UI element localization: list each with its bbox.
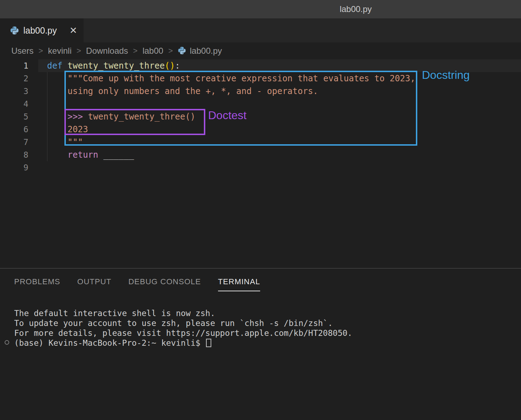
- tab-label: lab00.py: [23, 25, 57, 36]
- breadcrumb-separator-icon: >: [39, 46, 43, 56]
- panel-tab-terminal[interactable]: TERMINAL: [218, 277, 260, 291]
- command-decoration-icon: [5, 340, 9, 345]
- terminal-prompt-line[interactable]: (base) Kevins-MacBook-Pro-2:~ kevinli$: [14, 338, 521, 348]
- code-line-text: def twenty_twenty_three():: [47, 59, 180, 72]
- code-line[interactable]: 8 return ______: [0, 148, 521, 161]
- doctest-annotation-label: Doctest: [208, 109, 246, 122]
- line-number[interactable]: 2: [0, 74, 28, 83]
- code-line[interactable]: 6 2023: [0, 123, 521, 136]
- code-line[interactable]: 7 """: [0, 136, 521, 148]
- panel-tab-problems[interactable]: PROBLEMS: [14, 277, 60, 291]
- python-file-icon: [178, 46, 190, 56]
- code-line[interactable]: 4: [0, 98, 521, 110]
- tab-lab00[interactable]: lab00.py ✕: [0, 18, 84, 42]
- code-line-text: """: [47, 136, 83, 148]
- terminal-line: To update your account to use zsh, pleas…: [14, 318, 521, 328]
- breadcrumb-item[interactable]: kevinli: [48, 46, 72, 56]
- breadcrumb-separator-icon: >: [76, 46, 81, 56]
- editor-tab-bar: lab00.py ✕: [0, 18, 521, 42]
- code-line[interactable]: 5 >>> twenty_twenty_three(): [0, 110, 521, 123]
- bottom-panel: PROBLEMSOUTPUTDEBUG CONSOLETERMINAL The …: [0, 268, 521, 420]
- code-line-text: 2023: [47, 123, 88, 136]
- window-titlebar: lab00.py: [0, 0, 521, 18]
- line-number[interactable]: 8: [0, 150, 28, 159]
- line-number[interactable]: 9: [0, 163, 28, 172]
- code-line[interactable]: 3 using only numbers and the +, *, and -…: [0, 85, 521, 98]
- breadcrumb-separator-icon: >: [168, 46, 173, 56]
- breadcrumb-separator-icon: >: [133, 46, 138, 56]
- breadcrumb-item[interactable]: lab00: [143, 46, 164, 56]
- breadcrumb: Users>kevinli>Downloads>lab00>lab00.py: [0, 42, 521, 59]
- terminal-prompt-text: (base) Kevins-MacBook-Pro-2:~ kevinli$: [14, 338, 205, 348]
- line-number[interactable]: 1: [0, 61, 28, 70]
- panel-tab-output[interactable]: OUTPUT: [77, 277, 111, 291]
- code-line-text: return ______: [47, 148, 134, 161]
- terminal-cursor[interactable]: [206, 339, 211, 347]
- panel-tab-bar: PROBLEMSOUTPUTDEBUG CONSOLETERMINAL: [0, 269, 521, 293]
- code-line-text: >>> twenty_twenty_three(): [47, 110, 195, 123]
- code-line-text: using only numbers and the +, *, and - o…: [47, 85, 318, 98]
- line-number[interactable]: 6: [0, 125, 28, 134]
- code-line-text: """Come up with the most creative expres…: [47, 72, 415, 85]
- line-number[interactable]: 4: [0, 99, 28, 109]
- terminal-line: For more details, please visit https://s…: [14, 328, 521, 338]
- line-number[interactable]: 7: [0, 138, 28, 147]
- line-number[interactable]: 5: [0, 112, 28, 121]
- code-editor[interactable]: 1def twenty_twenty_three():2 """Come up …: [0, 59, 521, 268]
- breadcrumb-item[interactable]: Downloads: [86, 46, 128, 56]
- terminal-line: The default interactive shell is now zsh…: [14, 308, 521, 318]
- breadcrumb-file[interactable]: lab00.py: [190, 46, 222, 56]
- window-title: lab00.py: [340, 4, 372, 14]
- close-tab-icon[interactable]: ✕: [69, 26, 77, 35]
- docstring-annotation-label: Docstring: [422, 69, 470, 82]
- vscode-window: lab00.py lab00.py ✕ Users>kevinli>Downlo…: [0, 0, 521, 420]
- line-number[interactable]: 3: [0, 87, 28, 96]
- terminal-output[interactable]: The default interactive shell is now zsh…: [14, 308, 521, 348]
- breadcrumb-item[interactable]: Users: [11, 46, 34, 56]
- panel-tab-debug-console[interactable]: DEBUG CONSOLE: [128, 277, 201, 291]
- code-line[interactable]: 9: [0, 161, 521, 174]
- python-file-icon: [10, 26, 19, 35]
